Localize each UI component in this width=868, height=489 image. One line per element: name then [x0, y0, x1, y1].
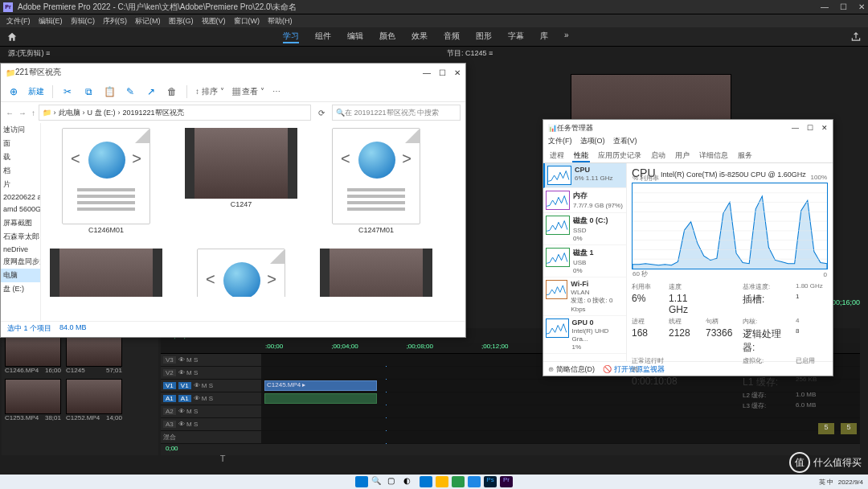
- home-icon[interactable]: [6, 31, 18, 43]
- file-item[interactable]: <>C1246M01: [46, 128, 166, 234]
- back-icon[interactable]: ←: [6, 109, 14, 117]
- resource-mini[interactable]: 磁盘 0 (C:)SSD 0%: [543, 213, 626, 245]
- file-item[interactable]: <>C1247M01: [316, 128, 436, 234]
- file-item[interactable]: [316, 249, 436, 297]
- source-panel-header[interactable]: 源:(无剪辑) ≡: [3, 47, 55, 60]
- close-icon[interactable]: ✕: [454, 68, 461, 77]
- mix-track-label[interactable]: 混合: [163, 433, 176, 442]
- maximize-icon[interactable]: ☐: [840, 2, 847, 11]
- workspace-tab[interactable]: 编辑: [347, 31, 363, 43]
- path-breadcrumb[interactable]: 📁 › 此电脑 › U 盘 (E:) › 20191221帮区祝亮: [39, 105, 311, 121]
- sidebar-item[interactable]: 电脑: [1, 269, 40, 282]
- close-icon[interactable]: ✕: [821, 124, 828, 132]
- menu-item[interactable]: 图形(G): [169, 16, 194, 27]
- tab[interactable]: 应用历史记录: [596, 149, 643, 162]
- file-item[interactable]: <>: [181, 249, 301, 297]
- breadcrumb-seg[interactable]: 20191221帮区祝亮: [123, 108, 184, 118]
- app-icon[interactable]: [452, 476, 465, 487]
- menu-item[interactable]: 窗口(W): [234, 16, 260, 27]
- file-item[interactable]: C1247: [181, 128, 301, 234]
- resource-mini[interactable]: GPU 0Intel(R) UHD Gra... 1%: [543, 316, 626, 354]
- audio-clip[interactable]: [264, 393, 377, 404]
- forward-icon[interactable]: →: [18, 109, 27, 117]
- project-bin-item[interactable]: C1253.MP438;01: [5, 379, 61, 421]
- sidebar-item[interactable]: 档: [1, 164, 40, 178]
- cut-icon[interactable]: ✂: [61, 86, 74, 97]
- track-label[interactable]: A3: [163, 421, 176, 428]
- sort-button[interactable]: ↕ 排序 ˅: [195, 86, 224, 97]
- up-icon[interactable]: ↑: [31, 109, 35, 117]
- sidebar-item[interactable]: 片: [1, 178, 40, 191]
- copy-icon[interactable]: ⧉: [82, 86, 95, 97]
- tab[interactable]: 用户: [674, 149, 691, 162]
- sidebar-item[interactable]: 速访问: [1, 123, 40, 137]
- tab[interactable]: 详细信息: [698, 149, 730, 162]
- tab[interactable]: 性能: [572, 149, 590, 162]
- minimize-icon[interactable]: —: [821, 2, 829, 11]
- workspace-tab[interactable]: 图形: [476, 31, 492, 43]
- breadcrumb-seg[interactable]: 此电脑: [59, 108, 80, 118]
- menu-item[interactable]: 选项(O): [580, 136, 605, 149]
- rename-icon[interactable]: ✎: [124, 86, 137, 97]
- resource-mini[interactable]: 磁盘 1USB 0%: [543, 245, 626, 277]
- workspace-tab[interactable]: 音频: [444, 31, 460, 43]
- sidebar-item[interactable]: 面: [1, 137, 40, 150]
- explorer-icon[interactable]: [436, 476, 448, 487]
- windows-taskbar[interactable]: 🔍 ▢ ◐ Ps Pr 英 中 2022/9/4: [0, 475, 868, 489]
- start-icon[interactable]: [355, 476, 368, 487]
- menu-item[interactable]: 序列(S): [103, 16, 127, 27]
- workspace-tab[interactable]: 效果: [411, 31, 428, 43]
- tm-titlebar[interactable]: 📊 任务管理器 — ☐ ✕: [543, 120, 833, 136]
- maximize-icon[interactable]: ☐: [807, 124, 813, 132]
- project-bin-item[interactable]: C1252.MP414;00: [66, 379, 122, 421]
- video-clip[interactable]: C1245.MP4 ▸: [264, 380, 377, 391]
- widgets-icon[interactable]: ◐: [403, 476, 416, 487]
- premiere-icon[interactable]: Pr: [500, 476, 513, 487]
- sidebar-item[interactable]: neDrive: [1, 244, 40, 255]
- tab[interactable]: 服务: [736, 149, 754, 162]
- track-label[interactable]: A1: [178, 395, 191, 402]
- menu-item[interactable]: 视图(V): [202, 16, 226, 27]
- menu-item[interactable]: 剪辑(C): [71, 16, 96, 27]
- refresh-icon[interactable]: ⟳: [314, 109, 329, 117]
- resource-mini[interactable]: CPU6% 1.11 GHz: [543, 163, 626, 188]
- breadcrumb-seg[interactable]: U 盘 (E:): [88, 108, 116, 118]
- track-label[interactable]: V3: [163, 356, 176, 364]
- tray-lang[interactable]: 英 中: [819, 478, 833, 487]
- tab[interactable]: 进程: [548, 149, 566, 162]
- delete-icon[interactable]: 🗑: [166, 86, 178, 97]
- sidebar-item[interactable]: 载: [1, 150, 40, 164]
- maximize-icon[interactable]: ☐: [439, 68, 446, 77]
- workspace-more[interactable]: »: [564, 31, 569, 43]
- close-icon[interactable]: ✕: [858, 2, 865, 11]
- workspace-tab[interactable]: 库: [540, 31, 548, 43]
- photoshop-icon[interactable]: Ps: [484, 476, 497, 487]
- sidebar-item[interactable]: 屏幕截图: [1, 216, 40, 230]
- share-icon[interactable]: ↗: [145, 86, 158, 97]
- sidebar-item[interactable]: 石森章太郎: [1, 230, 40, 244]
- track-lane[interactable]: [261, 418, 860, 430]
- less-details-button[interactable]: ⊙ 简略信息(D): [548, 364, 595, 375]
- tab[interactable]: 启动: [649, 149, 667, 162]
- track-label[interactable]: V1: [178, 382, 191, 389]
- app-icon[interactable]: [468, 476, 481, 487]
- workspace-tab[interactable]: 字幕: [508, 31, 524, 43]
- system-tray[interactable]: 英 中 2022/9/4: [819, 478, 863, 487]
- sidebar-item[interactable]: 20220622 am…: [1, 191, 40, 203]
- menu-item[interactable]: 编辑(E): [39, 16, 63, 27]
- sidebar-item[interactable]: 度网盘同步空: [1, 255, 40, 269]
- new-button[interactable]: ⊕: [7, 86, 20, 97]
- minimize-icon[interactable]: —: [792, 124, 799, 132]
- edge-icon[interactable]: [420, 476, 432, 487]
- workspace-tab[interactable]: 组件: [315, 31, 331, 43]
- menu-item[interactable]: 文件(F): [548, 136, 572, 149]
- resource-mini[interactable]: Wi-FiWLAN 发送: 0 接收: 0 Kbps: [543, 277, 626, 316]
- workspace-tab[interactable]: 颜色: [379, 31, 395, 43]
- sidebar-item[interactable]: 盘 (E:): [1, 282, 40, 296]
- minimize-icon[interactable]: —: [423, 68, 431, 77]
- share-icon[interactable]: [850, 31, 862, 43]
- more-icon[interactable]: ⋯: [272, 87, 280, 96]
- track-label[interactable]: A2: [163, 408, 176, 415]
- paste-icon[interactable]: 📋: [103, 86, 116, 97]
- file-item[interactable]: [46, 249, 166, 297]
